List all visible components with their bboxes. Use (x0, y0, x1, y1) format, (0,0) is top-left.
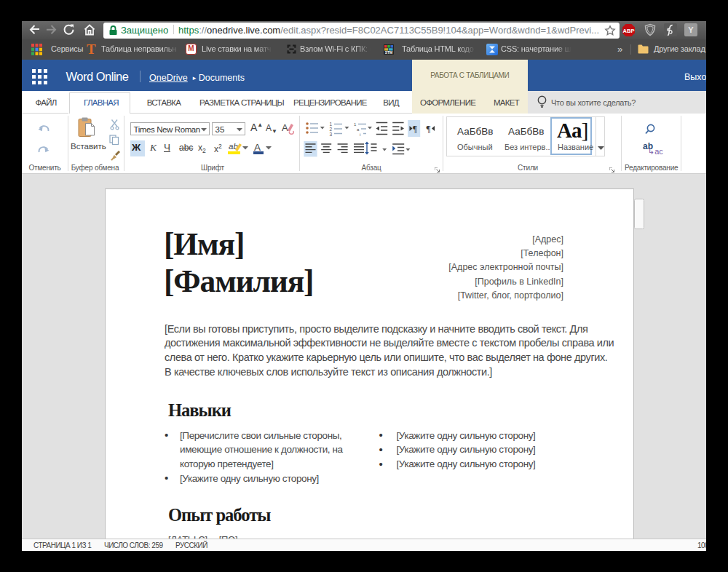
svg-text:3: 3 (329, 132, 332, 137)
svg-text:i: i (360, 132, 360, 137)
svg-text:¶: ¶ (413, 123, 417, 134)
svg-text:ABP: ABP (623, 28, 635, 34)
svg-text:2: 2 (329, 127, 332, 132)
svg-text:А: А (282, 122, 288, 133)
svg-text:STM: STM (385, 50, 393, 55)
svg-text:1: 1 (329, 122, 332, 127)
svg-text:¶: ¶ (426, 123, 430, 134)
svg-text:1: 1 (354, 122, 357, 127)
svg-text:a: a (357, 127, 360, 132)
